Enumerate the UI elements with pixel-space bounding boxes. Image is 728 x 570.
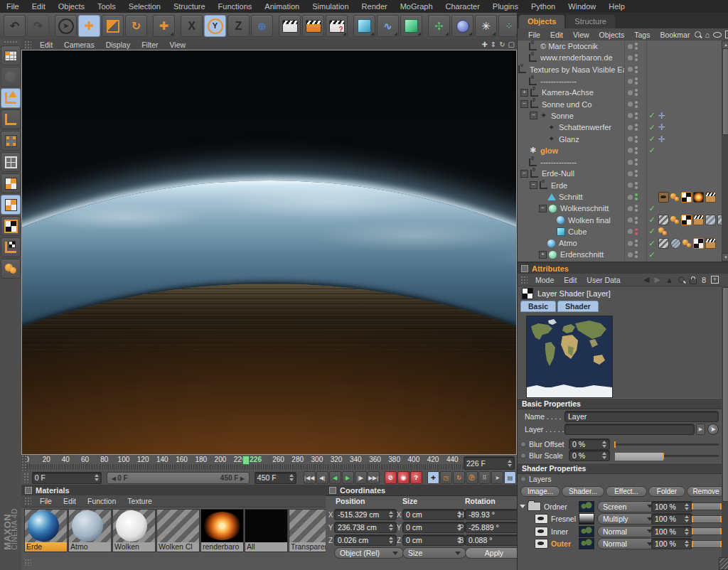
- layer-color-dot[interactable]: [628, 171, 633, 176]
- blend-mode-dropdown[interactable]: Screen: [597, 501, 658, 512]
- layer-color-dot[interactable]: [628, 113, 633, 118]
- attr-tab-basic[interactable]: Basic: [520, 301, 556, 312]
- layer-color-dot[interactable]: [628, 55, 633, 60]
- menubar-item-help[interactable]: Help: [602, 0, 631, 13]
- make-editable-button[interactable]: [1, 45, 21, 65]
- enabled-check-icon[interactable]: ✓: [647, 134, 657, 144]
- editor-visibility-dot[interactable]: [635, 89, 638, 92]
- layer-color-dot[interactable]: [628, 206, 633, 211]
- goto-end-button[interactable]: ▶▶|: [368, 471, 380, 484]
- tree-row-wolken-final[interactable]: Wolken final✓: [518, 214, 722, 225]
- range-end-field[interactable]: 450 F: [255, 472, 296, 484]
- layer-opacity-slider[interactable]: [691, 540, 722, 548]
- menubar-item-window[interactable]: Window: [562, 0, 602, 13]
- key-rotation-toggle[interactable]: ↻: [453, 471, 465, 484]
- tree-row-[interactable]: --------------: [518, 75, 722, 87]
- coordinate-mode-dropdown[interactable]: Object (Rel): [334, 547, 404, 559]
- attributes-scrollbar[interactable]: [722, 286, 728, 559]
- attribute-object-row[interactable]: Layer Shader [Layer]: [518, 286, 728, 301]
- layer-color-dot[interactable]: [628, 195, 633, 200]
- render-visibility-dot[interactable]: [635, 186, 638, 189]
- key-position-toggle[interactable]: ✚: [427, 471, 439, 484]
- timeline-panel-button[interactable]: ▤: [504, 471, 516, 484]
- shader-layer-row-inner[interactable]: InnerNormal100 %: [518, 525, 720, 537]
- layer-thumbnail[interactable]: [579, 501, 594, 512]
- materials-menu-edit[interactable]: Edit: [58, 497, 82, 505]
- layer-thumbnail[interactable]: [579, 526, 594, 537]
- attr-menu-mode[interactable]: Mode: [530, 276, 559, 284]
- layer-color-dot[interactable]: [628, 241, 633, 246]
- object-tree-scrollbar[interactable]: ▲ ▼: [722, 41, 728, 262]
- remove-button[interactable]: Remove: [687, 486, 725, 497]
- expand-toggle-icon[interactable]: −: [520, 100, 528, 108]
- tree-row-glow[interactable]: ✱glow✓: [518, 145, 722, 156]
- record-options-button[interactable]: ?: [410, 471, 422, 484]
- image-button[interactable]: Image...: [520, 486, 560, 497]
- layer-opacity-slider[interactable]: [691, 515, 722, 523]
- coord-field[interactable]: -515.329 cm: [334, 509, 397, 520]
- rotate-view-icon[interactable]: ↻: [499, 41, 505, 48]
- editor-visibility-dot[interactable]: [635, 217, 638, 220]
- tree-row-cube[interactable]: Cube✓: [518, 226, 722, 237]
- render-visibility-dot[interactable]: [635, 58, 638, 61]
- blend-mode-dropdown[interactable]: Multiply: [597, 513, 658, 525]
- editor-visibility-dot[interactable]: [635, 228, 638, 231]
- render-visibility-dot[interactable]: [635, 105, 638, 108]
- panel-grip[interactable]: [520, 276, 528, 284]
- z-axis-lock-button[interactable]: Z: [228, 15, 250, 37]
- render-visibility-dot[interactable]: [635, 47, 638, 50]
- render-visibility-dot[interactable]: [635, 128, 638, 131]
- uv-mode-button[interactable]: [1, 259, 21, 279]
- editor-visibility-dot[interactable]: [635, 66, 638, 69]
- eye-icon[interactable]: [713, 32, 722, 38]
- search-icon[interactable]: [678, 276, 685, 283]
- menubar-item-plugins[interactable]: Plugins: [486, 0, 525, 13]
- phong-tag-icon[interactable]: [682, 239, 692, 248]
- blend-mode-dropdown[interactable]: Normal: [597, 538, 658, 549]
- viewport-menu-filter[interactable]: Filter: [136, 41, 164, 49]
- autokey-button[interactable]: ◉: [397, 471, 410, 484]
- layer-color-dot[interactable]: [628, 160, 633, 165]
- enabled-check-icon[interactable]: ✓: [647, 239, 657, 248]
- panel-icon[interactable]: [521, 265, 528, 272]
- texture-preview[interactable]: [526, 316, 613, 398]
- record-keyframe-button[interactable]: ⊘: [385, 471, 397, 484]
- material-renderbaro[interactable]: renderbaro: [200, 509, 244, 552]
- glow-tag-icon[interactable]: [693, 192, 704, 203]
- history-back-icon[interactable]: ◀: [643, 275, 649, 284]
- tree-row-kamera-achse[interactable]: +Kamera-Achse: [518, 87, 722, 98]
- layer-color-dot[interactable]: [628, 148, 633, 153]
- enabled-check-icon[interactable]: ✓: [647, 146, 657, 155]
- om-menu-file[interactable]: File: [523, 31, 545, 39]
- menubar-item-python[interactable]: Python: [525, 0, 562, 13]
- shader-layer-row-fresnel[interactable]: FresnelMultiply100 %: [518, 513, 720, 525]
- layer-color-dot[interactable]: [628, 90, 633, 95]
- tree-row-schnitt[interactable]: Schnitt: [518, 191, 722, 203]
- texture-mode-button[interactable]: [1, 195, 21, 215]
- coord-field[interactable]: 0 cm: [402, 522, 465, 533]
- render-visibility-dot[interactable]: [635, 221, 638, 224]
- expand-toggle-icon[interactable]: −: [520, 170, 528, 178]
- editor-visibility-dot[interactable]: [635, 158, 638, 161]
- render-visibility-dot[interactable]: [635, 209, 638, 212]
- layer-opacity-field[interactable]: 100 %: [651, 526, 692, 537]
- materials-menu-function[interactable]: Function: [82, 497, 122, 505]
- display-tag-icon[interactable]: [658, 192, 669, 203]
- editor-visibility-dot[interactable]: [635, 170, 638, 173]
- render-visibility-dot[interactable]: [635, 140, 638, 143]
- layer-opacity-field[interactable]: 100 %: [651, 501, 692, 512]
- sphtag-tag-icon[interactable]: [670, 238, 681, 249]
- menubar-item-animation[interactable]: Animation: [258, 0, 306, 13]
- materials-menu-file[interactable]: File: [34, 497, 58, 505]
- add-particles-button[interactable]: ✳: [475, 15, 497, 37]
- menubar-item-character[interactable]: Character: [439, 0, 486, 13]
- layer-opacity-field[interactable]: 100 %: [651, 538, 692, 549]
- layer-input[interactable]: [564, 424, 695, 435]
- range-start-field[interactable]: 0 F: [32, 472, 102, 484]
- panel-icon[interactable]: [329, 487, 336, 494]
- viewport-menu-cameras[interactable]: Cameras: [58, 41, 100, 49]
- layer-browse-button[interactable]: ▶: [696, 424, 705, 435]
- viewport-canvas[interactable]: [21, 50, 517, 455]
- clap-tag-icon[interactable]: [705, 192, 716, 203]
- editor-visibility-dot[interactable]: [635, 240, 638, 242]
